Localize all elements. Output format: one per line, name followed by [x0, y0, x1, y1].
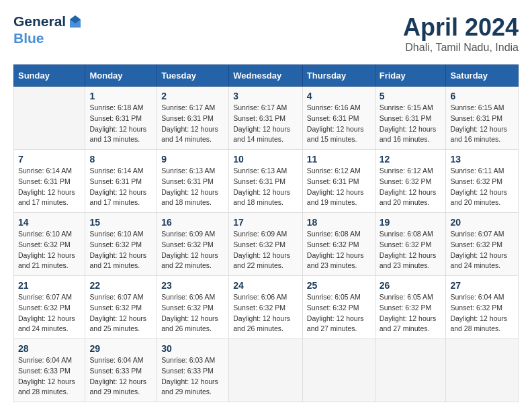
- day-number: 3: [233, 91, 298, 101]
- day-info: Sunrise: 6:08 AMSunset: 6:32 PMDaylight:…: [380, 229, 442, 271]
- day-info: Sunrise: 6:08 AMSunset: 6:32 PMDaylight:…: [307, 229, 371, 271]
- day-info: Sunrise: 6:07 AMSunset: 6:32 PMDaylight:…: [450, 229, 514, 271]
- day-number: 8: [89, 154, 152, 165]
- day-number: 24: [233, 280, 298, 291]
- calendar-cell: 22Sunrise: 6:07 AMSunset: 6:32 PMDayligh…: [85, 276, 157, 339]
- day-info: Sunrise: 6:07 AMSunset: 6:32 PMDaylight:…: [18, 292, 81, 334]
- day-number: 26: [380, 280, 442, 291]
- day-info: Sunrise: 6:07 AMSunset: 6:32 PMDaylight:…: [89, 292, 152, 334]
- day-info: Sunrise: 6:14 AMSunset: 6:31 PMDaylight:…: [18, 166, 81, 208]
- day-info: Sunrise: 6:12 AMSunset: 6:31 PMDaylight:…: [307, 166, 371, 208]
- column-header-wednesday: Wednesday: [229, 65, 303, 87]
- day-number: 7: [18, 154, 81, 165]
- header-row: SundayMondayTuesdayWednesdayThursdayFrid…: [14, 65, 519, 87]
- calendar-cell: 1Sunrise: 6:18 AMSunset: 6:31 PMDaylight…: [85, 87, 157, 150]
- calendar-cell: 14Sunrise: 6:10 AMSunset: 6:32 PMDayligh…: [14, 213, 85, 276]
- calendar-cell: 16Sunrise: 6:09 AMSunset: 6:32 PMDayligh…: [157, 213, 229, 276]
- day-info: Sunrise: 6:15 AMSunset: 6:31 PMDaylight:…: [450, 103, 514, 145]
- calendar-cell: 15Sunrise: 6:10 AMSunset: 6:32 PMDayligh…: [85, 213, 157, 276]
- day-info: Sunrise: 6:05 AMSunset: 6:32 PMDaylight:…: [380, 292, 442, 334]
- day-number: 16: [161, 217, 224, 228]
- logo-text: General: [13, 13, 83, 30]
- day-info: Sunrise: 6:16 AMSunset: 6:31 PMDaylight:…: [307, 103, 371, 145]
- column-header-sunday: Sunday: [14, 65, 85, 87]
- calendar-cell: 29Sunrise: 6:04 AMSunset: 6:33 PMDayligh…: [85, 339, 157, 402]
- calendar-cell: 2Sunrise: 6:17 AMSunset: 6:31 PMDaylight…: [157, 87, 229, 150]
- week-row-5: 28Sunrise: 6:04 AMSunset: 6:33 PMDayligh…: [14, 339, 519, 402]
- calendar-table: SundayMondayTuesdayWednesdayThursdayFrid…: [13, 64, 519, 402]
- page-subtitle: Dhali, Tamil Nadu, India: [403, 42, 519, 54]
- calendar-cell: 12Sunrise: 6:12 AMSunset: 6:32 PMDayligh…: [375, 150, 446, 213]
- day-info: Sunrise: 6:10 AMSunset: 6:32 PMDaylight:…: [18, 229, 81, 271]
- logo: General Blue: [13, 13, 83, 47]
- day-number: 25: [307, 280, 371, 291]
- day-number: 28: [18, 343, 81, 354]
- page-title: April 2024: [403, 13, 519, 42]
- calendar-cell: 18Sunrise: 6:08 AMSunset: 6:32 PMDayligh…: [302, 213, 375, 276]
- calendar-cell: 6Sunrise: 6:15 AMSunset: 6:31 PMDaylight…: [446, 87, 519, 150]
- calendar-cell: 17Sunrise: 6:09 AMSunset: 6:32 PMDayligh…: [229, 213, 303, 276]
- calendar-cell: 8Sunrise: 6:14 AMSunset: 6:31 PMDaylight…: [85, 150, 157, 213]
- day-info: Sunrise: 6:18 AMSunset: 6:31 PMDaylight:…: [89, 103, 152, 145]
- day-info: Sunrise: 6:11 AMSunset: 6:32 PMDaylight:…: [450, 166, 514, 208]
- day-number: 15: [89, 217, 152, 228]
- day-info: Sunrise: 6:04 AMSunset: 6:33 PMDaylight:…: [89, 355, 152, 398]
- calendar-cell: 20Sunrise: 6:07 AMSunset: 6:32 PMDayligh…: [446, 213, 519, 276]
- day-info: Sunrise: 6:13 AMSunset: 6:31 PMDaylight:…: [161, 166, 224, 208]
- day-number: 20: [450, 217, 514, 228]
- day-info: Sunrise: 6:17 AMSunset: 6:31 PMDaylight:…: [161, 103, 224, 145]
- day-info: Sunrise: 6:04 AMSunset: 6:32 PMDaylight:…: [450, 292, 514, 334]
- calendar-cell: 23Sunrise: 6:06 AMSunset: 6:32 PMDayligh…: [157, 276, 229, 339]
- day-number: 21: [18, 280, 81, 291]
- day-info: Sunrise: 6:09 AMSunset: 6:32 PMDaylight:…: [233, 229, 298, 271]
- day-number: 2: [161, 91, 224, 101]
- day-info: Sunrise: 6:09 AMSunset: 6:32 PMDaylight:…: [161, 229, 224, 271]
- calendar-cell: 11Sunrise: 6:12 AMSunset: 6:31 PMDayligh…: [302, 150, 375, 213]
- day-number: 9: [161, 154, 224, 165]
- day-info: Sunrise: 6:14 AMSunset: 6:31 PMDaylight:…: [89, 166, 152, 208]
- day-number: 18: [307, 217, 371, 228]
- logo-icon: [67, 14, 83, 30]
- column-header-saturday: Saturday: [446, 65, 519, 87]
- column-header-monday: Monday: [85, 65, 157, 87]
- day-number: 13: [450, 154, 514, 165]
- day-info: Sunrise: 6:10 AMSunset: 6:32 PMDaylight:…: [89, 229, 152, 271]
- day-number: 14: [18, 217, 81, 228]
- day-number: 11: [307, 154, 371, 165]
- column-header-friday: Friday: [375, 65, 446, 87]
- day-info: Sunrise: 6:06 AMSunset: 6:32 PMDaylight:…: [233, 292, 298, 334]
- calendar-cell: 24Sunrise: 6:06 AMSunset: 6:32 PMDayligh…: [229, 276, 303, 339]
- title-area: April 2024 Dhali, Tamil Nadu, India: [403, 13, 519, 54]
- calendar-cell: 30Sunrise: 6:03 AMSunset: 6:33 PMDayligh…: [157, 339, 229, 402]
- calendar-cell: [446, 339, 519, 402]
- day-info: Sunrise: 6:05 AMSunset: 6:32 PMDaylight:…: [307, 292, 371, 334]
- day-number: 23: [161, 280, 224, 291]
- day-number: 4: [307, 91, 371, 101]
- logo-blue: Blue: [13, 30, 83, 46]
- day-number: 5: [380, 91, 442, 101]
- calendar-cell: 27Sunrise: 6:04 AMSunset: 6:32 PMDayligh…: [446, 276, 519, 339]
- day-number: 30: [161, 343, 224, 354]
- calendar-cell: [375, 339, 446, 402]
- day-info: Sunrise: 6:15 AMSunset: 6:31 PMDaylight:…: [380, 103, 442, 145]
- calendar-cell: 10Sunrise: 6:13 AMSunset: 6:31 PMDayligh…: [229, 150, 303, 213]
- day-number: 22: [89, 280, 152, 291]
- calendar-cell: [302, 339, 375, 402]
- calendar-cell: 4Sunrise: 6:16 AMSunset: 6:31 PMDaylight…: [302, 87, 375, 150]
- calendar-cell: 19Sunrise: 6:08 AMSunset: 6:32 PMDayligh…: [375, 213, 446, 276]
- column-header-thursday: Thursday: [302, 65, 375, 87]
- day-info: Sunrise: 6:06 AMSunset: 6:32 PMDaylight:…: [161, 292, 224, 334]
- calendar-cell: 3Sunrise: 6:17 AMSunset: 6:31 PMDaylight…: [229, 87, 303, 150]
- page-header: General Blue April 2024 Dhali, Tamil Nad…: [13, 13, 519, 54]
- calendar-cell: 9Sunrise: 6:13 AMSunset: 6:31 PMDaylight…: [157, 150, 229, 213]
- calendar-cell: [14, 87, 85, 150]
- day-number: 19: [380, 217, 442, 228]
- calendar-cell: 5Sunrise: 6:15 AMSunset: 6:31 PMDaylight…: [375, 87, 446, 150]
- day-info: Sunrise: 6:13 AMSunset: 6:31 PMDaylight:…: [233, 166, 298, 208]
- day-info: Sunrise: 6:17 AMSunset: 6:31 PMDaylight:…: [233, 103, 298, 145]
- day-info: Sunrise: 6:03 AMSunset: 6:33 PMDaylight:…: [161, 355, 224, 398]
- calendar-cell: 7Sunrise: 6:14 AMSunset: 6:31 PMDaylight…: [14, 150, 85, 213]
- day-number: 6: [450, 91, 514, 101]
- column-header-tuesday: Tuesday: [157, 65, 229, 87]
- calendar-cell: 26Sunrise: 6:05 AMSunset: 6:32 PMDayligh…: [375, 276, 446, 339]
